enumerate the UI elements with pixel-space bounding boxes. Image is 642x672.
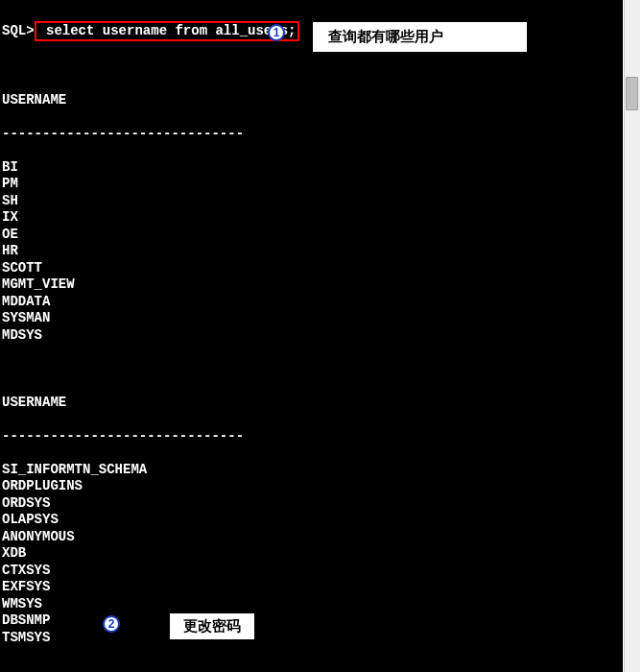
username-row: SCOTT: [2, 260, 623, 277]
username-row: DBSNMP: [2, 612, 623, 630]
username-row: SH: [2, 193, 623, 210]
username-row: MDDATA: [2, 294, 623, 311]
badge-2-num: 2: [108, 617, 115, 631]
column-header: USERNAME: [2, 92, 623, 109]
username-row: OLAPSYS: [2, 512, 623, 529]
number-badge-1: 1: [268, 24, 285, 41]
username-row: SI_INFORMTN_SCHEMA: [2, 462, 623, 479]
column-header: USERNAME: [2, 395, 623, 412]
username-block-2: SI_INFORMTN_SCHEMAORDPLUGINSORDSYSOLAPSY…: [2, 462, 623, 647]
username-row: HR: [2, 243, 623, 260]
username-row: TSMSYS: [2, 630, 623, 647]
username-row: PM: [2, 176, 623, 193]
command-highlight-1: select username from all_users;: [35, 21, 300, 42]
annotation-1-text: 查询都有哪些用户: [328, 28, 443, 44]
badge-1-num: 1: [273, 26, 280, 39]
username-row: MGMT_VIEW: [2, 276, 623, 294]
username-row: MDSYS: [2, 327, 623, 345]
username-row: ANONYMOUS: [2, 529, 623, 546]
annotation-label-1: 查询都有哪些用户: [312, 21, 528, 53]
username-row: EXFSYS: [2, 579, 623, 596]
command-1-text: select username from all_users;: [38, 23, 297, 38]
divider: ------------------------------: [2, 428, 623, 445]
username-row: CTXSYS: [2, 563, 623, 580]
sql-prompt: SQL>: [2, 23, 35, 40]
username-row: SYSMAN: [2, 310, 623, 327]
terminal-output: SQL> select username from all_users; USE…: [0, 0, 623, 672]
annotation-label-2: 更改密码: [169, 612, 255, 640]
username-row: ORDSYS: [2, 495, 623, 513]
divider: ------------------------------: [2, 126, 623, 143]
username-row: WMSYS: [2, 596, 623, 613]
username-row: IX: [2, 209, 623, 227]
username-row: OE: [2, 227, 623, 244]
username-row: BI: [2, 159, 623, 177]
username-row: XDB: [2, 545, 623, 563]
annotation-2-text: 更改密码: [183, 617, 241, 634]
scrollbar-track[interactable]: [624, 0, 640, 672]
number-badge-2: 2: [103, 615, 120, 633]
username-row: ORDPLUGINS: [2, 478, 623, 495]
scrollbar-thumb[interactable]: [626, 77, 638, 110]
username-block-1: BIPMSHIXOEHRSCOTTMGMT_VIEWMDDATASYSMANMD…: [2, 159, 623, 345]
